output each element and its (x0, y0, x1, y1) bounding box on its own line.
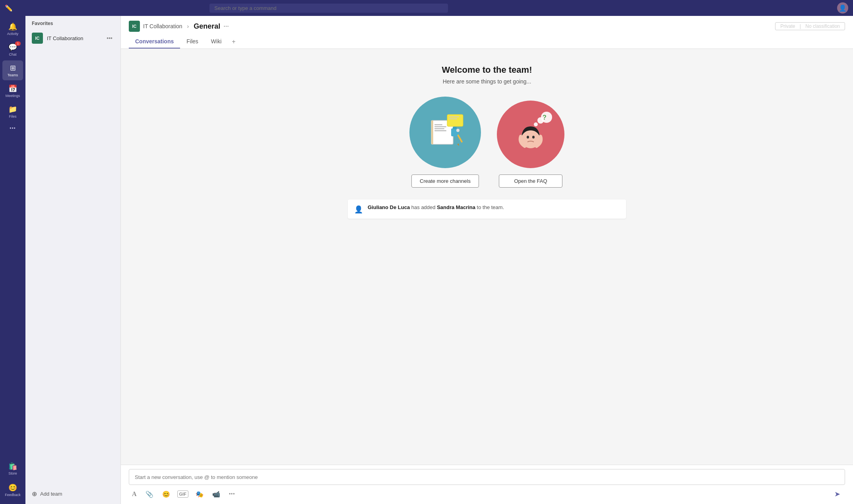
svg-point-16 (527, 136, 529, 139)
svg-text:?: ? (543, 114, 547, 121)
channel-privacy-badge: Private | No classification (775, 22, 845, 30)
svg-point-20 (534, 122, 538, 126)
chat-badge: 1 (15, 41, 21, 46)
notif-action: has added (411, 204, 437, 210)
files-icon: 📁 (8, 105, 17, 114)
channels-svg (419, 107, 471, 158)
channel-name: General (194, 22, 220, 31)
tab-wiki-label: Wiki (211, 38, 221, 45)
channel-options-button[interactable]: ··· (223, 23, 229, 30)
teams-icon: ⊞ (10, 64, 16, 72)
video-icon[interactable]: 📹 (211, 489, 222, 500)
activity-notification: 👤 Giuliano De Luca has added Sandra Macr… (348, 200, 626, 219)
nav-label-files: Files (9, 114, 16, 118)
message-toolbar: A 📎 😊 GIF 🎭 📹 ••• ➤ (129, 488, 845, 500)
svg-rect-3 (434, 124, 442, 125)
message-input[interactable] (135, 474, 839, 480)
channel-breadcrumb-separator: › (187, 23, 189, 29)
welcome-title: Welcome to the team! (348, 65, 626, 75)
channels-illustration (409, 97, 481, 168)
svg-marker-14 (457, 143, 459, 146)
topbar: ✏️ 👤 (0, 0, 853, 16)
welcome-card-faq: ? Open the FAQ (497, 101, 564, 188)
store-icon: 🛍️ (8, 462, 17, 471)
tab-conversations-label: Conversations (135, 38, 174, 45)
nav-item-store[interactable]: 🛍️ Store (2, 459, 23, 479)
activity-icon: 🔔 (8, 22, 17, 31)
more-icon: ••• (10, 126, 16, 131)
channel-header: IC IT Collaboration › General ··· Privat… (121, 16, 853, 49)
tab-files[interactable]: Files (180, 35, 205, 48)
privacy-divider: | (800, 23, 801, 29)
sidebar: Favorites IC IT Collaboration ••• ⊕ Add … (25, 16, 121, 504)
meetings-icon: 📅 (8, 84, 17, 93)
nav-item-feedback[interactable]: 😊 Feedback (2, 480, 23, 500)
search-bar[interactable] (209, 4, 448, 13)
classification-label: No classification (805, 23, 840, 29)
nav-label-feedback: Feedback (5, 493, 21, 497)
main-layout: 🔔 Activity 💬 Chat 1 ⊞ Teams 📅 Meetings 📁… (0, 16, 853, 504)
user-avatar[interactable]: 👤 (837, 2, 848, 14)
svg-point-12 (456, 129, 459, 132)
main-content: IC IT Collaboration › General ··· Privat… (121, 16, 853, 504)
privacy-label: Private (780, 23, 795, 29)
svg-rect-11 (453, 127, 457, 129)
nav-item-more[interactable]: ••• (2, 122, 23, 134)
svg-rect-8 (449, 116, 459, 117)
channel-team-avatar: IC (129, 21, 140, 32)
sidebar-team-avatar-text: IC (35, 36, 40, 41)
nav-item-files[interactable]: 📁 Files (2, 102, 23, 122)
channel-team-name: IT Collaboration (143, 23, 182, 29)
edit-icon[interactable]: ✏️ (5, 4, 13, 12)
svg-point-17 (532, 136, 535, 139)
tab-wiki[interactable]: Wiki (205, 35, 228, 48)
faq-illustration: ? (497, 101, 564, 168)
add-team-button[interactable]: ⊕ Add team (25, 484, 120, 504)
feedback-icon: 😊 (8, 483, 17, 492)
attach-icon[interactable]: 📎 (144, 489, 155, 500)
nav-item-chat[interactable]: 💬 Chat 1 (2, 40, 23, 60)
favorites-header: Favorites (25, 16, 120, 29)
conversation-area: Welcome to the team! Here are some thing… (121, 49, 853, 465)
send-button[interactable]: ➤ (831, 488, 843, 500)
svg-rect-6 (434, 130, 446, 131)
add-team-icon: ⊕ (32, 490, 37, 498)
search-input[interactable] (214, 5, 443, 11)
sidebar-team-name: IT Collaboration (47, 35, 101, 41)
sticker-icon[interactable]: 🎭 (194, 489, 205, 500)
gif-icon[interactable]: GIF (177, 490, 188, 498)
format-icon[interactable]: A (130, 489, 138, 499)
more-options-icon[interactable]: ••• (227, 490, 237, 498)
team-more-button[interactable]: ••• (105, 34, 114, 42)
channel-title-row: IC IT Collaboration › General ··· Privat… (129, 21, 845, 32)
nav-item-activity[interactable]: 🔔 Activity (2, 19, 23, 39)
avatar-image: 👤 (839, 4, 847, 12)
create-channels-button[interactable]: Create more channels (411, 174, 479, 188)
welcome-card-channels: Create more channels (409, 97, 481, 188)
open-faq-button[interactable]: Open the FAQ (499, 174, 562, 188)
svg-rect-7 (447, 114, 463, 126)
tab-files-label: Files (186, 38, 198, 45)
channel-tabs: Conversations Files Wiki + (129, 35, 845, 48)
sidebar-team-item[interactable]: IC IT Collaboration ••• (25, 29, 120, 47)
nav-item-meetings[interactable]: 📅 Meetings (2, 81, 23, 101)
svg-rect-13 (457, 134, 463, 143)
svg-rect-9 (449, 118, 457, 119)
faq-svg: ? (505, 109, 556, 160)
notif-target: Sandra Macrina (437, 204, 475, 210)
welcome-cards: Create more channels (348, 97, 626, 188)
left-nav: 🔔 Activity 💬 Chat 1 ⊞ Teams 📅 Meetings 📁… (0, 16, 25, 504)
svg-rect-1 (431, 120, 433, 144)
sidebar-team-avatar: IC (32, 33, 43, 44)
notif-user: Giuliano De Luca (368, 204, 410, 210)
nav-label-teams: Teams (8, 73, 18, 77)
tab-conversations[interactable]: Conversations (129, 35, 180, 48)
notification-text: Giuliano De Luca has added Sandra Macrin… (368, 204, 504, 210)
nav-item-teams[interactable]: ⊞ Teams (2, 60, 23, 80)
notification-icon: 👤 (354, 205, 363, 214)
svg-rect-5 (434, 128, 444, 129)
tab-add-button[interactable]: + (228, 35, 239, 48)
emoji-icon[interactable]: 😊 (161, 489, 172, 500)
message-input-box[interactable] (129, 469, 845, 485)
welcome-subtitle: Here are some things to get going... (348, 78, 626, 85)
